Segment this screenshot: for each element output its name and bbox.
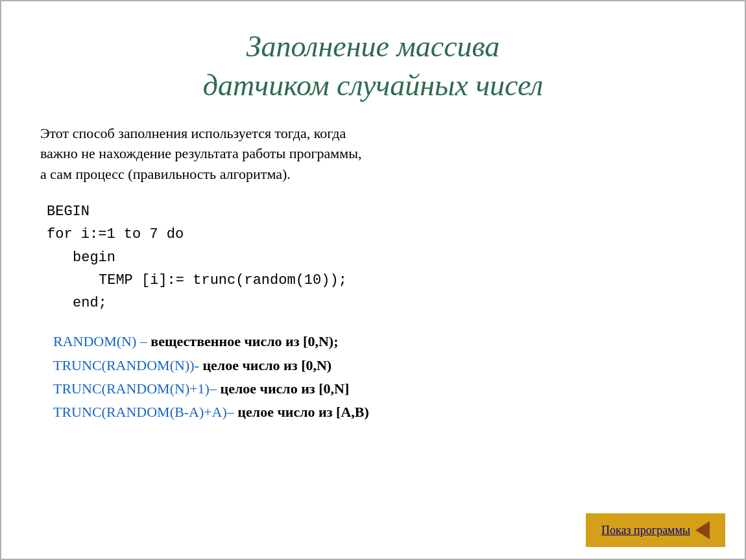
code-line-5: end; <box>73 292 706 314</box>
info-blue-3: TRUNC(RANDOM(N)+1)– <box>53 380 217 397</box>
info-blue-1: RANDOM(N) – <box>53 333 147 349</box>
slide: Заполнение массива датчиком случайных чи… <box>0 0 746 560</box>
info-line-4: TRUNC(RANDOM(B-A)+A)– целое число из [A,… <box>53 401 706 424</box>
info-line-1: RANDOM(N) – вещественное число из [0,N); <box>53 330 706 353</box>
code-line-1: BEGIN <box>47 200 706 223</box>
title-line2: датчиком случайных чисел <box>203 69 544 102</box>
info-black-1: вещественное число из [0,N); <box>147 333 339 349</box>
info-line-3: TRUNC(RANDOM(N)+1)– целое число из [0,N] <box>53 377 706 401</box>
code-line-4: TEMP [i]:= trunc(random(10)); <box>99 269 706 292</box>
info-black-3: целое число из [0,N] <box>217 380 349 397</box>
info-black-4: целое число из [A,B) <box>234 404 369 420</box>
description-text: Этот способ заполнения используется тогд… <box>40 123 706 185</box>
info-line-2: TRUNC(RANDOM(N))- целое число из [0,N) <box>53 354 706 377</box>
show-program-button[interactable]: Показ программы <box>586 513 725 547</box>
desc-line2: важно не нахождение результата работы пр… <box>40 145 361 161</box>
info-blue-2: TRUNC(RANDOM(N))- <box>53 357 199 373</box>
info-block: RANDOM(N) – вещественное число из [0,N);… <box>53 330 706 424</box>
slide-title: Заполнение массива датчиком случайных чи… <box>40 27 706 105</box>
code-line-3: begin <box>73 246 706 269</box>
info-blue-4: TRUNC(RANDOM(B-A)+A)– <box>53 404 234 420</box>
button-label: Показ программы <box>601 524 690 537</box>
code-block: BEGIN for i:=1 to 7 do begin TEMP [i]:= … <box>47 200 706 314</box>
title-line1: Заполнение массива <box>247 30 500 63</box>
desc-line1: Этот способ заполнения используется тогд… <box>40 125 346 141</box>
info-black-2: целое число из [0,N) <box>199 357 331 373</box>
code-line-2: for i:=1 to 7 do <box>47 223 706 246</box>
desc-line3: а сам процесс (правильность алгоритма). <box>40 166 291 182</box>
arrow-icon <box>695 521 710 539</box>
